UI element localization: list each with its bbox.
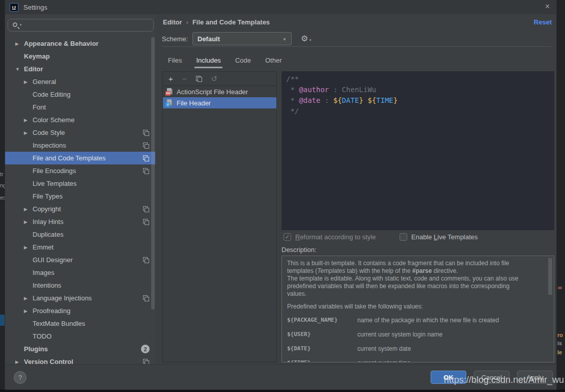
add-icon[interactable]: +: [168, 75, 173, 82]
tab-label: Includes: [196, 57, 220, 64]
window-title: Settings: [23, 4, 47, 11]
variable-description: name of the package in which the new fil…: [357, 317, 499, 324]
description-scrollbar[interactable]: [548, 258, 552, 295]
list-item-label: File Header: [177, 99, 211, 107]
sidebar-item-duplicates[interactable]: Duplicates: [5, 228, 155, 241]
title-bar[interactable]: IJ Settings ×: [5, 0, 556, 14]
code-token: :: [329, 86, 342, 94]
code-token: *: [286, 96, 299, 104]
sidebar-item-appearance-behavior[interactable]: ▶Appearance & Behavior: [5, 37, 155, 50]
close-icon[interactable]: ×: [545, 2, 550, 11]
file-type-badge: J: [165, 102, 170, 107]
sidebar-item-label: Emmet: [33, 243, 53, 251]
file-template-icon: AS: [165, 88, 174, 96]
sidebar-item-plugins[interactable]: Plugins2: [5, 343, 155, 355]
variable-description: current system date: [357, 345, 411, 352]
search-input[interactable]: ▾: [8, 19, 154, 32]
sidebar-item-label: GUI Designer: [33, 256, 73, 264]
sidebar-item-gui-designer[interactable]: GUI Designer: [5, 254, 155, 266]
live-templates-checkbox-row: Enable Live Templates: [400, 233, 478, 241]
code-token: TIME: [376, 96, 393, 104]
tab-code[interactable]: Code: [235, 53, 251, 67]
reset-link[interactable]: Reset: [534, 18, 552, 26]
list-item-file-header[interactable]: JFile Header: [163, 97, 276, 108]
list-item-actionscript-file-header[interactable]: ASActionScript File Header: [163, 86, 276, 97]
sidebar-item-code-editing[interactable]: Code Editing: [5, 88, 155, 101]
code-token: [363, 96, 368, 104]
sidebar-item-file-and-code-templates[interactable]: File and Code Templates: [5, 152, 155, 164]
sidebar-item-label: General: [33, 78, 56, 86]
sidebar-item-label: File Types: [33, 192, 63, 200]
template-code-editor[interactable]: /** * @author : ChenLiWu * @date : ${DAT…: [281, 71, 554, 230]
reformat-checkbox-row: ✓ Reformat according to style: [284, 233, 376, 241]
sidebar-item-inlay-hints[interactable]: ▶Inlay Hints: [5, 215, 155, 228]
sidebar-item-label: Intentions: [33, 282, 61, 289]
revert-icon[interactable]: ↺: [211, 75, 218, 82]
tree-right-arrow-icon: ▶: [24, 130, 33, 135]
sidebar-item-general[interactable]: ▶General: [5, 75, 155, 88]
sidebar-item-file-encodings[interactable]: File Encodings: [5, 164, 155, 177]
background-code-fragment: [558, 287, 562, 289]
reformat-checkbox[interactable]: ✓: [284, 233, 291, 241]
sidebar-item-textmate-bundles[interactable]: TextMate Bundles: [5, 317, 155, 330]
tree-down-arrow-icon: ▼: [15, 67, 24, 72]
file-template-icon: J: [165, 99, 174, 107]
tree-right-arrow-icon: ▶: [24, 296, 33, 301]
search-options-caret-icon: ▾: [20, 23, 22, 27]
sidebar-item-editor[interactable]: ▼Editor: [5, 63, 155, 75]
sidebar-item-emmet[interactable]: ▶Emmet: [5, 241, 155, 254]
sidebar-item-proofreading[interactable]: ▶Proofreading: [5, 304, 155, 317]
shared-settings-icon: [143, 206, 149, 212]
variable-description: current system time: [357, 359, 411, 362]
sidebar-item-language-injections[interactable]: ▶Language Injections: [5, 292, 155, 304]
tab-includes[interactable]: Includes: [196, 53, 220, 67]
sidebar-item-inspections[interactable]: Inspections: [5, 139, 155, 152]
code-token: ChenLiWu: [342, 86, 376, 94]
sidebar-item-label: File Encodings: [33, 167, 76, 175]
watermark: https://blog.csdn.net/Amir_wu: [444, 375, 564, 385]
scheme-dropdown[interactable]: Default ▼: [192, 32, 292, 45]
tree-right-arrow-icon: ▶: [24, 309, 33, 314]
variable-row: ${TIME}current system time: [287, 359, 547, 362]
description-paragraph: Predefined variables will take the follo…: [287, 303, 547, 311]
file-type-badge: AS: [165, 91, 171, 96]
variable-row: ${USER}current user system login name: [287, 331, 547, 338]
sidebar-item-version-control[interactable]: ▶Version Control: [5, 355, 155, 364]
tab-files[interactable]: Files: [168, 53, 182, 67]
remove-icon[interactable]: −: [182, 75, 187, 82]
settings-dialog: IJ Settings × ▾ ▶Appearance & BehaviorKe…: [5, 0, 556, 389]
sidebar-item-label: Keymap: [24, 52, 50, 60]
tab-other[interactable]: Other: [265, 53, 282, 67]
sidebar-item-copyright[interactable]: ▶Copyright: [5, 203, 155, 215]
shared-settings-icon: [143, 143, 149, 149]
breadcrumb-page: File and Code Templates: [192, 18, 270, 26]
sidebar-item-label: Proofreading: [33, 307, 70, 315]
sidebar-item-file-types[interactable]: File Types: [5, 190, 155, 203]
sidebar-scrollbar[interactable]: [151, 37, 155, 310]
variable-name: ${TIME}: [287, 359, 357, 362]
sidebar-item-images[interactable]: Images: [5, 266, 155, 279]
sidebar-item-font[interactable]: Font: [5, 101, 155, 114]
code-line: * @date : ${DATE} ${TIME}: [286, 95, 554, 106]
sidebar-item-live-templates[interactable]: Live Templates: [5, 177, 155, 190]
help-button[interactable]: ?: [14, 371, 26, 384]
live-templates-checkbox[interactable]: [400, 233, 407, 241]
sidebar-item-code-style[interactable]: ▶Code Style: [5, 126, 155, 139]
background-text-fragment: le: [557, 349, 562, 355]
sidebar-item-color-scheme[interactable]: ▶Color Scheme: [5, 114, 155, 126]
gear-caret-icon: ▾: [309, 38, 312, 42]
description-token: tab) with the help of the: [345, 267, 412, 274]
sidebar-item-todo[interactable]: TODO: [5, 330, 155, 343]
gear-icon[interactable]: ⚙: [301, 34, 308, 43]
settings-sidebar: ▾ ▶Appearance & BehaviorKeymap▼Editor▶Ge…: [5, 14, 155, 364]
code-token: /**: [286, 75, 299, 83]
scheme-dropdown-value: Default: [197, 35, 220, 43]
description-token: #parse: [412, 267, 432, 274]
sidebar-item-intentions[interactable]: Intentions: [5, 279, 155, 292]
sidebar-item-keymap[interactable]: Keymap: [5, 50, 155, 63]
template-list: ASActionScript File HeaderJFile Header: [163, 86, 276, 108]
breadcrumb-editor[interactable]: Editor: [163, 18, 182, 26]
settings-content: Editor›File and Code Templates Reset Sch…: [155, 14, 556, 364]
copy-icon[interactable]: [196, 76, 202, 82]
dropdown-arrow-icon: ▼: [282, 37, 287, 42]
